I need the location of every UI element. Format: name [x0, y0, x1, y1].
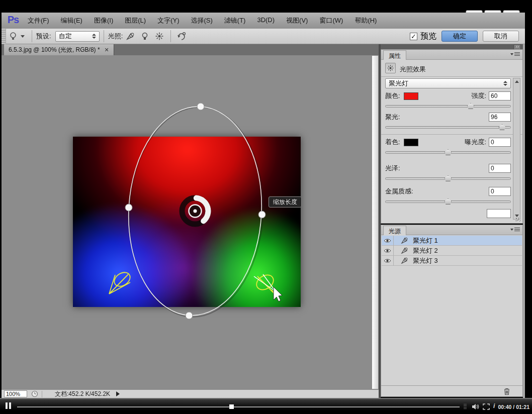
colorize-swatch[interactable]	[404, 139, 418, 146]
ellipse-handle-right[interactable]	[258, 211, 265, 218]
preview-label: 预览	[420, 31, 436, 42]
slider-thumb[interactable]	[445, 149, 452, 155]
light-preset-dropdown-icon[interactable]	[21, 35, 25, 38]
slider-track[interactable]	[385, 105, 511, 108]
dialog-actions: ✓ 预览 确定 取消	[410, 31, 519, 42]
panel-menu-icon[interactable]	[510, 52, 520, 56]
metallic-input[interactable]	[489, 187, 511, 196]
lights-label: 光照:	[108, 32, 123, 41]
canvas-area[interactable]: 缩放长度	[2, 55, 372, 389]
pause-button[interactable]	[6, 402, 11, 409]
menu-3d[interactable]: 3D(D)	[257, 16, 275, 25]
infinite-light-icon[interactable]	[155, 32, 163, 40]
document-tab-title: 6.5.3.jpg @ 100% (光效, RGB/8) *	[9, 46, 100, 54]
visibility-toggle[interactable]	[382, 246, 394, 256]
ellipse-handle-top[interactable]	[197, 103, 204, 110]
ambience-input[interactable]	[487, 209, 511, 218]
reset-lights-icon[interactable]	[176, 31, 187, 41]
point-light-icon[interactable]	[141, 32, 148, 40]
gloss-slider[interactable]	[385, 175, 511, 182]
light-item-3[interactable]: 聚光灯 3	[382, 256, 522, 266]
slider-thumb[interactable]	[445, 175, 452, 181]
menu-image[interactable]: 图像(I)	[94, 16, 113, 25]
progress-bar[interactable]	[17, 406, 460, 407]
player-grip-icon	[464, 404, 467, 410]
color-label: 颜色:	[385, 91, 400, 100]
scroll-down-icon[interactable]	[515, 215, 519, 217]
fullscreen-icon[interactable]	[483, 403, 490, 410]
spotlight-cone-left[interactable]	[109, 270, 133, 294]
lights-tabstrip: 光源	[381, 225, 522, 235]
delete-light-icon[interactable]	[503, 387, 510, 395]
light-color-swatch[interactable]	[404, 92, 418, 100]
slider-thumb[interactable]	[467, 103, 474, 109]
info-icon[interactable]: i	[493, 402, 495, 409]
intensity-slider[interactable]	[385, 103, 511, 110]
select-arrows-icon	[503, 81, 507, 86]
lighting-effect-icon[interactable]	[385, 63, 396, 73]
hotspot-input[interactable]	[489, 113, 511, 122]
menu-bar: Ps 文件(F) 编辑(E) 图像(I) 图层(L) 文字(Y) 选择(S) 滤…	[2, 13, 525, 29]
exposure-label: 曝光度:	[465, 138, 486, 147]
canvas-vertical-scrollbar[interactable]	[372, 55, 379, 389]
menu-file[interactable]: 文件(F)	[28, 16, 49, 25]
scroll-up-icon[interactable]	[515, 80, 519, 83]
volume-icon[interactable]	[472, 403, 480, 410]
slider-thumb[interactable]	[445, 198, 452, 204]
panel-menu-icon[interactable]	[510, 228, 520, 232]
eye-icon	[384, 258, 391, 263]
intensity-input[interactable]	[489, 91, 511, 100]
tab-lights[interactable]: 光源	[383, 226, 406, 235]
tooltip: 缩放长度	[269, 196, 302, 208]
light-controls-overlay	[2, 55, 372, 389]
menu-help[interactable]: 帮助(H)	[354, 16, 377, 25]
ellipse-handle-left[interactable]	[125, 204, 132, 211]
menu-layer[interactable]: 图层(L)	[125, 16, 146, 25]
gloss-input[interactable]	[489, 164, 511, 173]
document-tab[interactable]: 6.5.3.jpg @ 100% (光效, RGB/8) * ✕	[4, 44, 114, 55]
ellipse-handle-bottom[interactable]	[186, 312, 193, 319]
visibility-toggle[interactable]	[382, 256, 394, 266]
menu-filter[interactable]: 滤镜(T)	[224, 16, 246, 25]
menu-view[interactable]: 视图(V)	[286, 16, 308, 25]
exposure-slider[interactable]	[385, 149, 511, 156]
tab-close-icon[interactable]: ✕	[105, 47, 109, 53]
hotspot-slider[interactable]	[385, 124, 511, 131]
properties-panel: 属性 光照效果 聚光灯 颜色: 强度: 聚光: 着色: 曝光度:	[381, 49, 523, 224]
visibility-toggle[interactable]	[382, 236, 394, 246]
progress-handle[interactable]	[229, 404, 234, 409]
status-bar: 100% 文档:452.2 K/452.2K	[2, 389, 379, 398]
light-item-2[interactable]: 聚光灯 2	[382, 246, 522, 256]
video-player-bar: i 00:40 / 01:21	[0, 398, 532, 414]
panel-resize-grip[interactable]	[515, 218, 520, 222]
light-center-dot	[194, 210, 197, 213]
lights-panel: 光源 聚光灯 1 聚光灯 2	[381, 225, 523, 397]
menu-window[interactable]: 窗口(W)	[319, 16, 343, 25]
properties-scrollbar[interactable]	[513, 78, 520, 220]
slider-thumb[interactable]	[499, 124, 506, 130]
metallic-slider[interactable]	[385, 198, 511, 205]
menu-edit[interactable]: 编辑(E)	[61, 16, 82, 25]
menu-select[interactable]: 选择(S)	[191, 16, 212, 25]
properties-tabstrip: 属性	[381, 50, 522, 60]
toolbar-grip[interactable]	[2, 29, 6, 44]
light-item-1[interactable]: 聚光灯 1	[382, 236, 522, 246]
zoom-level-input[interactable]: 100%	[4, 390, 27, 397]
spot-light-icon[interactable]	[126, 32, 134, 40]
presets-select[interactable]: 自定	[55, 31, 100, 42]
metallic-label: 金属质感:	[385, 187, 413, 196]
status-options-icon[interactable]	[116, 391, 120, 396]
preview-checkbox[interactable]: ✓	[410, 33, 417, 40]
cancel-button[interactable]: 取消	[483, 31, 519, 42]
light-bulb-icon[interactable]	[9, 32, 17, 41]
slider-track[interactable]	[385, 126, 511, 129]
menu-type[interactable]: 文字(Y)	[157, 16, 179, 25]
collapse-panels-icon[interactable]: ››	[513, 44, 521, 50]
timer-icon	[31, 390, 38, 397]
light-type-select[interactable]: 聚光灯	[385, 78, 511, 88]
exposure-input[interactable]	[489, 138, 511, 147]
tab-properties[interactable]: 属性	[383, 50, 406, 60]
ok-button[interactable]: 确定	[441, 31, 478, 42]
effect-title: 光照效果	[400, 65, 426, 74]
light-item-label: 聚光灯 2	[413, 246, 438, 255]
